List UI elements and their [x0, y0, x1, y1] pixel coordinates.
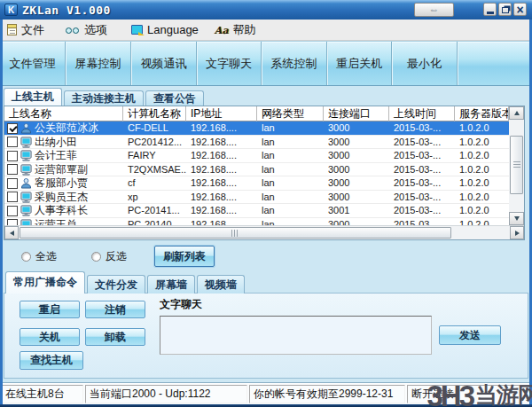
- table-row[interactable]: 客服部小贾 cf192.168....lan30002015-03-...1.0…: [4, 176, 509, 191]
- toolbar: 文件管理屏幕控制视频通讯文字聊天系统控制重启关机最小化: [0, 41, 532, 86]
- restart-button[interactable]: 重启: [20, 301, 80, 318]
- column-header[interactable]: 连接端口: [324, 106, 389, 121]
- refresh-list-button[interactable]: 刷新列表: [154, 246, 215, 267]
- cell-name: 采购员王杰: [4, 191, 123, 205]
- select-all-radio[interactable]: 全选: [21, 249, 57, 264]
- title-bar[interactable]: K ZKLan V1.000 ⇔ ×: [0, 0, 532, 20]
- table-row[interactable]: 运营王总 PC-20140...192.168....lan30002015-0…: [4, 218, 509, 226]
- row-checkbox[interactable]: [7, 151, 18, 161]
- language-icon: [131, 25, 143, 35]
- tab-file-distribution[interactable]: 文件分发: [87, 275, 145, 294]
- table-row[interactable]: 采购员王杰 xp192.168....lan30002015-03-...1.0…: [4, 191, 509, 205]
- command-tabs: 常用广播命令文件分发屏幕墙视频墙: [5, 271, 245, 294]
- menu-item-options[interactable]: 选项: [66, 22, 107, 38]
- menu-item-language[interactable]: Language: [131, 23, 199, 36]
- cell-version: 1.0.2.0: [455, 176, 509, 191]
- chat-input[interactable]: [160, 316, 432, 355]
- row-checkbox[interactable]: [7, 192, 18, 202]
- cell-ip: 192.168....: [186, 176, 257, 191]
- uninstall-button[interactable]: 卸载: [85, 328, 145, 346]
- row-checkbox[interactable]: [7, 178, 18, 189]
- restore-button[interactable]: [498, 3, 512, 16]
- vertical-scroll-thumb[interactable]: [510, 136, 523, 194]
- cell-version: 1.0.2.0: [455, 149, 509, 163]
- tab-online-hosts[interactable]: 上线主机: [4, 88, 62, 106]
- cell-port: 3000: [324, 163, 389, 177]
- table-row[interactable]: 人事李科长 PC-20141...192.168....lan30012015-…: [4, 204, 509, 218]
- toolbar-button-video-comm[interactable]: 视频通讯: [131, 42, 197, 85]
- watermark: 3H3 当游网: [426, 380, 532, 407]
- column-header[interactable]: 上线时间: [389, 106, 455, 121]
- cell-port: 3000: [324, 136, 389, 150]
- scroll-right-button[interactable]: [510, 226, 524, 239]
- menu-item-label: 帮助: [233, 22, 256, 38]
- host-name: 公关部范冰冰: [35, 121, 98, 135]
- cell-computer: FAIRY: [123, 149, 186, 163]
- host-name: 人事李科长: [35, 204, 88, 217]
- cell-port: 3000: [324, 218, 389, 226]
- scroll-up-button[interactable]: [509, 106, 524, 120]
- cell-network: lan: [257, 163, 324, 177]
- cell-version: 1.0.2.0: [455, 121, 509, 136]
- menu-item-help[interactable]: 帮助: [215, 22, 256, 38]
- horizontal-scroll-thumb[interactable]: [20, 227, 451, 239]
- tab-view-announcement[interactable]: 查看公告: [145, 90, 204, 106]
- select-all-label: 全选: [35, 249, 57, 264]
- cell-name: 出纳小田: [4, 136, 123, 150]
- row-checkbox[interactable]: [7, 164, 18, 175]
- radio-icon: [91, 252, 101, 262]
- horizontal-scrollbar[interactable]: [4, 225, 524, 239]
- host-name: 运营部覃副: [35, 163, 88, 176]
- toolbar-button-text-chat[interactable]: 文字聊天: [197, 42, 262, 85]
- tab-broadcast-commands[interactable]: 常用广播命令: [5, 271, 85, 294]
- tab-active-connect-hosts[interactable]: 主动连接主机: [64, 90, 144, 106]
- column-header[interactable]: 服务器版本: [455, 106, 509, 121]
- row-checkbox[interactable]: [7, 219, 18, 225]
- tab-video-wall[interactable]: 视频墙: [197, 275, 245, 294]
- table-row[interactable]: 会计王菲 FAIRY192.168....lan30002015-03-...1…: [4, 149, 509, 163]
- vertical-scrollbar[interactable]: [509, 106, 524, 225]
- computer-icon: [20, 192, 32, 203]
- send-button[interactable]: 发送: [439, 325, 501, 345]
- logout-button[interactable]: 注销: [85, 301, 145, 318]
- invert-selection-radio[interactable]: 反选: [91, 249, 127, 264]
- row-checkbox[interactable]: [7, 206, 18, 216]
- column-header[interactable]: 上线名称: [4, 106, 123, 121]
- tab-screen-wall[interactable]: 屏幕墙: [147, 275, 195, 294]
- table-row[interactable]: 运营部覃副 T2QXMSAE...192.168....lan30002015-…: [4, 163, 509, 177]
- double-arrow-icon: ⇔: [429, 4, 440, 16]
- column-header[interactable]: IP地址: [186, 106, 257, 121]
- cell-version: 1.0.2.0: [455, 163, 509, 177]
- row-checkbox[interactable]: [7, 123, 18, 134]
- down-arrow-icon: [514, 216, 520, 221]
- toolbar-button-minimize[interactable]: 最小化: [392, 42, 458, 85]
- scroll-left-button[interactable]: [4, 226, 19, 239]
- cell-time: 2015-03-...: [389, 149, 455, 163]
- close-button[interactable]: ×: [513, 3, 527, 16]
- toolbar-button-reboot-shutdown[interactable]: 重启关机: [327, 42, 392, 85]
- glasses-icon: [66, 26, 80, 35]
- find-host-button[interactable]: 查找主机: [20, 351, 83, 370]
- cell-ip: 192.168....: [186, 136, 257, 150]
- column-header[interactable]: 网络类型: [257, 106, 324, 121]
- row-checkbox[interactable]: [7, 137, 18, 147]
- column-header[interactable]: 计算机名称: [123, 106, 186, 121]
- toolbar-button-system-control[interactable]: 系统控制: [262, 42, 327, 85]
- cell-ip: 192.168....: [186, 163, 257, 177]
- menu-item-file[interactable]: 文件: [7, 22, 44, 38]
- cell-time: 2015-03-...: [389, 204, 455, 218]
- toolbar-button-file-manager[interactable]: 文件管理: [0, 42, 66, 85]
- table-header: 上线名称计算机名称IP地址网络类型连接端口上线时间服务器版本: [4, 106, 509, 121]
- scroll-down-button[interactable]: [509, 212, 524, 225]
- app-logo-icon: K: [4, 4, 18, 16]
- cell-computer: cf: [123, 176, 186, 191]
- cell-name: 运营部覃副: [4, 163, 123, 177]
- resize-arrows-button[interactable]: ⇔: [414, 3, 454, 17]
- table-row[interactable]: 公关部范冰冰 CF-DELL192.168....lan30002015-03-…: [4, 121, 509, 136]
- toolbar-button-screen-control[interactable]: 屏幕控制: [66, 42, 131, 85]
- cell-port: 3001: [324, 204, 389, 218]
- shutdown-button[interactable]: 关机: [20, 328, 80, 346]
- toolbar-filler: [458, 42, 532, 85]
- minimize-button[interactable]: [483, 3, 497, 16]
- table-row[interactable]: 出纳小田 PC201412...192.168....lan30002015-0…: [4, 136, 509, 150]
